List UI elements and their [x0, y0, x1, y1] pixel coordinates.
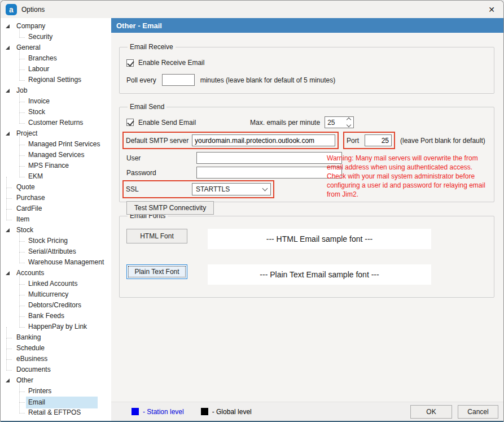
sidebar-item-labour[interactable]: Labour	[1, 64, 111, 75]
sidebar-item-label: Stock Pricing	[26, 236, 70, 245]
sidebar-item-multicurrency[interactable]: Multicurrency	[1, 289, 111, 300]
max-emails-spinner[interactable]: 25	[325, 116, 354, 128]
sidebar-item-label: Purchase	[14, 193, 47, 202]
email-receive-legend: Email Receive	[128, 43, 176, 51]
sidebar-item-label: Email	[26, 397, 98, 408]
sidebar-item-schedule[interactable]: Schedule	[1, 343, 111, 354]
sidebar-item-linked-accounts[interactable]: Linked Accounts	[1, 279, 111, 289]
password-input[interactable]	[196, 167, 342, 179]
sidebar-item-other[interactable]: Other	[1, 375, 111, 386]
sidebar-item-customer-returns[interactable]: Customer Returns	[1, 118, 111, 128]
sidebar-item-managed-print-services[interactable]: Managed Print Services	[1, 139, 111, 150]
port-input[interactable]	[365, 134, 392, 146]
sidebar-item-stock-pricing[interactable]: Stock Pricing	[1, 236, 111, 246]
sidebar-item-retail-eftpos[interactable]: Retail & EFTPOS	[1, 407, 111, 418]
sidebar-item-label: Stock	[26, 107, 47, 116]
smtp-highlight-box: Default SMTP server	[122, 132, 339, 149]
port-label: Port	[347, 137, 365, 145]
max-emails-label: Max. emails per minute	[250, 119, 320, 127]
sidebar-item-stock[interactable]: Stock	[1, 225, 111, 236]
sidebar-item-happenpay-by-link[interactable]: HappenPay by Link	[1, 321, 111, 332]
plain-text-font-button[interactable]: Plain Text Font	[126, 264, 187, 279]
options-dialog: a Options ✕ CompanySecurityGeneralBranch…	[0, 0, 504, 422]
expand-arrow-icon[interactable]	[6, 89, 10, 93]
cancel-button[interactable]: Cancel	[458, 405, 498, 419]
smtp-server-input[interactable]	[192, 134, 335, 146]
sidebar-item-managed-services[interactable]: Managed Services	[1, 150, 111, 160]
sidebar-item-label: Stock	[14, 225, 36, 234]
user-input[interactable]	[196, 152, 342, 164]
close-icon[interactable]: ✕	[480, 1, 503, 18]
sidebar-item-security[interactable]: Security	[1, 32, 111, 42]
plain-text-font-sample: --- Plain Text Email sample font ---	[208, 264, 431, 285]
sidebar-item-ebusiness[interactable]: eBusiness	[1, 354, 111, 364]
spinner-up-icon[interactable]	[346, 118, 350, 122]
ssl-highlight-box: SSL STARTTLS	[122, 180, 274, 198]
ssl-label: SSL	[126, 185, 192, 193]
expand-arrow-icon[interactable]	[6, 379, 10, 382]
sidebar-item-label: Serial/Attributes	[26, 247, 78, 256]
settings-content: Email Receive Enable Receive Email Poll …	[111, 33, 503, 402]
expand-arrow-icon[interactable]	[6, 271, 10, 275]
sidebar-item-label: Branches	[26, 54, 59, 63]
password-label: Password	[126, 169, 196, 177]
sidebar-item-warehouse-management[interactable]: Warehouse Management	[1, 257, 111, 268]
global-level-swatch	[201, 408, 208, 415]
poll-every-input[interactable]	[162, 74, 195, 86]
sidebar-item-label: Retail & EFTPOS	[26, 408, 83, 417]
sidebar-item-label: Customer Returns	[26, 118, 85, 127]
sidebar-item-branches[interactable]: Branches	[1, 53, 111, 64]
email-fonts-group: Email Fonts HTML Font --- HTML Email sam…	[119, 212, 494, 298]
sidebar-item-cardfile[interactable]: CardFile	[1, 203, 111, 214]
expand-arrow-icon[interactable]	[6, 132, 10, 136]
sidebar-item-ekm[interactable]: EKM	[1, 171, 111, 182]
sidebar-item-accounts[interactable]: Accounts	[1, 268, 111, 279]
sidebar-item-banking[interactable]: Banking	[1, 332, 111, 343]
sidebar-item-label: MPS Finance	[26, 161, 71, 170]
sidebar-item-invoice[interactable]: Invoice	[1, 96, 111, 107]
footer-bar: - Station level - Global level OK Cancel	[111, 402, 503, 421]
sidebar-item-purchase[interactable]: Purchase	[1, 193, 111, 203]
smtp-server-label: Default SMTP server	[126, 137, 192, 145]
expand-arrow-icon[interactable]	[6, 46, 10, 50]
sidebar-item-quote[interactable]: Quote	[1, 182, 111, 193]
sidebar-item-email[interactable]: Email	[1, 397, 111, 407]
sidebar-item-mps-finance[interactable]: MPS Finance	[1, 160, 111, 171]
expand-arrow-icon[interactable]	[6, 24, 10, 28]
test-smtp-button[interactable]: Test SMTP Connectivity	[126, 201, 214, 215]
sidebar-item-label: HappenPay by Link	[26, 322, 89, 331]
email-send-legend: Email Send	[128, 103, 166, 111]
poll-every-label: Poll every	[126, 76, 156, 84]
sidebar-item-label: Item	[14, 215, 32, 224]
email-receive-group: Email Receive Enable Receive Email Poll …	[119, 43, 494, 94]
ok-button[interactable]: OK	[410, 405, 452, 419]
sidebar-item-label: CardFile	[14, 204, 44, 213]
sidebar-item-label: Banking	[14, 333, 43, 342]
sidebar-item-label: EKM	[26, 172, 45, 181]
enable-receive-email-checkbox[interactable]	[126, 59, 134, 67]
sidebar-item-label: Labour	[26, 64, 51, 73]
sidebar-item-bank-feeds[interactable]: Bank Feeds	[1, 311, 111, 321]
sidebar-item-stock[interactable]: Stock	[1, 107, 111, 118]
user-label: User	[126, 154, 196, 162]
html-font-button[interactable]: HTML Font	[126, 229, 187, 243]
sidebar-item-label: Bank Feeds	[26, 311, 67, 320]
ssl-selected-value: STARTTLS	[196, 185, 263, 193]
sidebar-item-project[interactable]: Project	[1, 128, 111, 139]
spinner-down-icon[interactable]	[346, 123, 350, 127]
sidebar-item-item[interactable]: Item	[1, 214, 111, 225]
sidebar-item-job[interactable]: Job	[1, 85, 111, 96]
smtp-warning-text: Warning: Many mail servers will overwrit…	[327, 154, 487, 199]
ssl-select[interactable]: STARTTLS	[192, 183, 271, 195]
sidebar-item-company[interactable]: Company	[1, 21, 111, 32]
station-level-label: - Station level	[143, 408, 184, 416]
enable-send-email-checkbox[interactable]	[126, 119, 134, 126]
sidebar-item-documents[interactable]: Documents	[1, 364, 111, 375]
expand-arrow-icon[interactable]	[6, 228, 10, 232]
sidebar-item-serial-attributes[interactable]: Serial/Attributes	[1, 246, 111, 257]
sidebar-item-printers[interactable]: Printers	[1, 386, 111, 397]
sidebar-item-general[interactable]: General	[1, 42, 111, 53]
sidebar-item-label: eBusiness	[14, 354, 50, 363]
sidebar-item-regional-settings[interactable]: Regional Settings	[1, 75, 111, 85]
sidebar-item-debtors-creditors[interactable]: Debtors/Creditors	[1, 300, 111, 311]
